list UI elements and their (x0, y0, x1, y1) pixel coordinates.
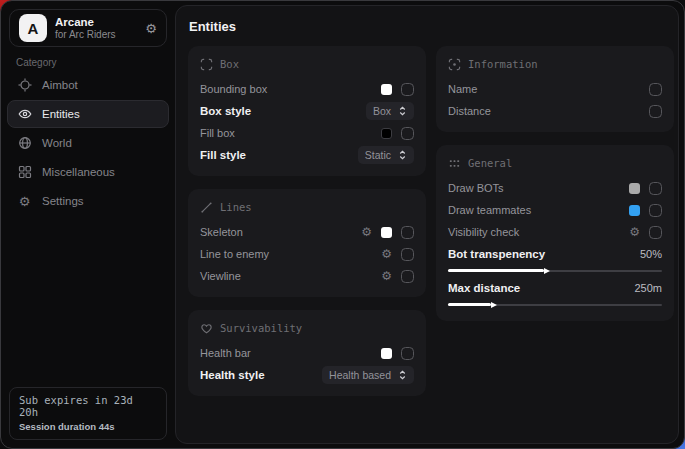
visibility-check-checkbox[interactable] (649, 226, 662, 239)
setting-label: Name (448, 83, 477, 95)
sidebar-item-miscellaneous[interactable]: Miscellaneous (7, 158, 169, 186)
card-columns: Box Bounding box Box style (188, 46, 674, 396)
setting-label: Health bar (200, 347, 251, 359)
setting-label: Line to enemy (200, 248, 269, 260)
setting-label: Draw teammates (448, 204, 531, 216)
fill-box-color-swatch[interactable] (381, 128, 392, 139)
slider-handle[interactable] (544, 268, 550, 274)
slider-fill (448, 269, 544, 272)
setting-row-distance: Distance (448, 100, 662, 122)
setting-label: Max distance (448, 282, 520, 294)
setting-label: Bounding box (200, 83, 267, 95)
skeleton-checkbox[interactable] (401, 226, 414, 239)
box-card: Box Bounding box Box style (188, 46, 426, 176)
sidebar-item-label: Miscellaneous (42, 166, 115, 178)
select-value: Static (365, 149, 391, 161)
lines-section-header: Lines (200, 199, 414, 215)
diagonal-line-icon (200, 201, 213, 214)
right-column: Information Name Distance (436, 46, 674, 396)
viewline-config-gear-icon[interactable]: ⚙ (381, 270, 392, 282)
app-window: A Arcane for Arc Riders ⚙ Category Aimbo… (0, 0, 685, 449)
section-title: Lines (220, 201, 252, 213)
section-title: Box (220, 58, 239, 70)
survivability-card: Survivability Health bar Health style (188, 310, 426, 396)
draw-teammates-color-swatch[interactable] (629, 205, 640, 216)
skeleton-config-gear-icon[interactable]: ⚙ (361, 226, 372, 238)
survivability-section-header: Survivability (200, 320, 414, 336)
setting-row-line-to-enemy: Line to enemy ⚙ (200, 243, 414, 265)
health-bar-color-swatch[interactable] (381, 348, 392, 359)
grid-icon (17, 165, 32, 179)
line-to-enemy-checkbox[interactable] (401, 248, 414, 261)
app-title: Arcane (55, 16, 137, 29)
information-card: Information Name Distance (436, 46, 674, 132)
health-bar-checkbox[interactable] (401, 347, 414, 360)
bot-transparency-slider[interactable] (448, 267, 662, 274)
section-title: Survivability (220, 322, 302, 334)
box-style-select[interactable]: Box (366, 102, 414, 120)
sidebar-item-label: Entities (42, 108, 80, 120)
general-card: General Draw BOTs Draw teammates (436, 145, 674, 321)
setting-row-health-style: Health style Health based (200, 364, 414, 386)
app-subtitle: for Arc Riders (55, 29, 137, 41)
sub-expiry-text: Sub expires in 23d 20h (19, 394, 157, 418)
select-value: Health based (329, 369, 391, 381)
setting-row-health-bar: Health bar (200, 342, 414, 364)
max-distance-slider[interactable] (448, 301, 662, 308)
setting-label: Box style (200, 105, 251, 117)
sidebar: A Arcane for Arc Riders ⚙ Category Aimbo… (1, 1, 175, 448)
setting-label: Fill style (200, 149, 246, 161)
sidebar-item-world[interactable]: World (7, 129, 169, 157)
visibility-check-config-gear-icon[interactable]: ⚙ (629, 226, 640, 238)
draw-bots-checkbox[interactable] (649, 182, 662, 195)
line-to-enemy-config-gear-icon[interactable]: ⚙ (381, 248, 392, 260)
chevron-updown-icon (398, 369, 407, 381)
sidebar-item-entities[interactable]: Entities (7, 100, 169, 128)
setting-row-draw-teammates: Draw teammates (448, 199, 662, 221)
setting-label: Visibility check (448, 226, 519, 238)
brand-card: A Arcane for Arc Riders ⚙ (9, 9, 167, 47)
draw-bots-color-swatch[interactable] (629, 183, 640, 194)
skeleton-color-swatch[interactable] (381, 227, 392, 238)
bounding-box-color-swatch[interactable] (381, 84, 392, 95)
fill-style-select[interactable]: Static (358, 146, 414, 164)
lines-card: Lines Skeleton ⚙ Line to enemy (188, 189, 426, 297)
sidebar-item-settings[interactable]: ⚙ Settings (7, 187, 169, 215)
slider-handle[interactable] (491, 302, 497, 308)
setting-label: Draw BOTs (448, 182, 504, 194)
setting-row-bot-transparency: Bot transpenency 50% (448, 243, 662, 265)
info-frame-icon (448, 58, 461, 71)
setting-label: Viewline (200, 270, 241, 282)
viewline-checkbox[interactable] (401, 270, 414, 283)
setting-label: Health style (200, 369, 265, 381)
left-column: Box Bounding box Box style (188, 46, 426, 396)
setting-label: Bot transpenency (448, 248, 545, 260)
brand-text: Arcane for Arc Riders (55, 16, 137, 41)
session-duration-text: Session duration 44s (19, 421, 157, 432)
name-checkbox[interactable] (649, 83, 662, 96)
page-title: Entities (189, 19, 236, 34)
setting-row-skeleton: Skeleton ⚙ (200, 221, 414, 243)
box-corners-icon (200, 58, 213, 71)
gear-icon: ⚙ (17, 195, 32, 208)
heart-icon (200, 322, 213, 335)
setting-label: Fill box (200, 127, 235, 139)
setting-row-visibility-check: Visibility check ⚙ (448, 221, 662, 243)
distance-checkbox[interactable] (649, 105, 662, 118)
section-title: Information (468, 58, 538, 70)
sidebar-item-label: Aimbot (42, 79, 78, 91)
desktop: A Arcane for Arc Riders ⚙ Category Aimbo… (0, 0, 685, 449)
bounding-box-checkbox[interactable] (401, 83, 414, 96)
category-label: Category (16, 57, 57, 68)
settings-gear-icon[interactable]: ⚙ (145, 22, 157, 35)
general-section-header: General (448, 155, 662, 171)
health-style-select[interactable]: Health based (322, 366, 414, 384)
box-section-header: Box (200, 56, 414, 72)
fill-box-checkbox[interactable] (401, 127, 414, 140)
setting-row-draw-bots: Draw BOTs (448, 177, 662, 199)
draw-teammates-checkbox[interactable] (649, 204, 662, 217)
sidebar-item-label: World (42, 137, 72, 149)
max-distance-value: 250m (634, 282, 662, 294)
main-panel: Entities Box (175, 5, 679, 444)
sidebar-item-aimbot[interactable]: Aimbot (7, 71, 169, 99)
